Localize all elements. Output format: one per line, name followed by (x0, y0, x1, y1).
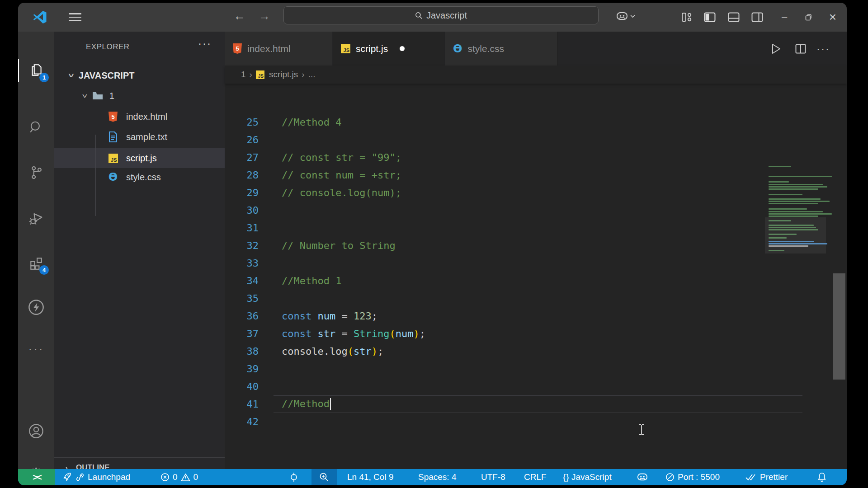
copilot-icon (637, 472, 648, 482)
nav-forward-button[interactable]: → (256, 9, 273, 23)
code-line[interactable]: 32// Number to String (225, 237, 847, 254)
account-button[interactable] (18, 418, 54, 444)
folder-row[interactable]: ˅ 1 (54, 86, 225, 106)
breadcrumb-folder[interactable]: 1 (241, 70, 246, 80)
line-text: //Method 4 (282, 117, 341, 128)
code-line[interactable]: 39 (225, 360, 847, 378)
editor-more-button[interactable]: ··· (813, 32, 833, 66)
sidebar-item-thunder-client[interactable] (18, 295, 54, 320)
encoding-label: UTF-8 (481, 472, 505, 482)
nav-back-button[interactable]: ← (231, 9, 248, 23)
chevron-right-icon: › (250, 70, 252, 80)
breadcrumb-more[interactable]: ... (308, 70, 316, 80)
code-editor[interactable]: 25//Method 42627// const str = "99";28//… (225, 84, 847, 469)
file-row-index-html[interactable]: 5 index.html (54, 107, 225, 127)
js-file-icon: JS (107, 152, 119, 164)
file-row-style-css[interactable]: Ɵ style.css (54, 167, 225, 187)
line-number: 33 (225, 258, 259, 269)
file-row-sample-txt[interactable]: sample.txt (54, 127, 225, 147)
html-file-icon: 5 (107, 111, 119, 122)
formatter-item[interactable]: Prettier (745, 469, 788, 485)
run-button[interactable] (766, 32, 786, 66)
restore-button[interactable] (798, 3, 819, 32)
code-line[interactable]: 31 (225, 219, 847, 237)
modified-dot-icon[interactable] (400, 46, 405, 51)
close-button[interactable]: × (822, 3, 843, 32)
cursor-position-item[interactable]: Ln 41, Col 9 (347, 469, 393, 485)
toggle-secondary-sidebar-icon[interactable] (751, 12, 763, 22)
menu-hamburger-icon[interactable] (69, 13, 81, 21)
status-bar: >< Launchpad 0 0 Ln 41, Col 9 Spaces: 4 … (18, 469, 847, 485)
breadcrumb[interactable]: 1 › JS script.js › ... (225, 66, 847, 84)
screencast-item[interactable] (289, 469, 298, 485)
zoom-in-icon (319, 472, 329, 482)
code-line[interactable]: 35 (225, 290, 847, 307)
line-number: 41 (225, 399, 259, 410)
code-line[interactable]: 28// const num = +str; (225, 166, 847, 184)
target-icon (289, 472, 298, 483)
tab-bar: 5 index.html JS script.js Ɵ style.css ··… (225, 32, 847, 66)
code-line[interactable]: 29// console.log(num); (225, 184, 847, 202)
explorer-more-button[interactable]: ··· (198, 37, 212, 50)
customize-layout-icon[interactable] (681, 12, 693, 22)
code-line[interactable]: 27// const str = "99"; (225, 149, 847, 166)
code-line[interactable]: 42 (225, 413, 847, 431)
code-line[interactable]: 33 (225, 254, 847, 272)
toggle-panel-icon[interactable] (728, 12, 740, 22)
sidebar-item-explorer[interactable]: 1 (18, 58, 54, 83)
tab-script-js[interactable]: JS script.js (333, 32, 444, 66)
tab-style-css[interactable]: Ɵ style.css (445, 32, 558, 66)
code-line[interactable]: 40 (225, 378, 847, 395)
sidebar-item-extensions[interactable]: 4 (18, 250, 54, 276)
minimap-slider[interactable] (765, 217, 826, 253)
vertical-scrollbar[interactable] (833, 84, 845, 469)
sidebar-item-source-control[interactable] (18, 160, 54, 185)
split-editor-button[interactable] (791, 32, 811, 66)
line-number: 34 (225, 275, 259, 286)
eol-item[interactable]: CRLF (524, 469, 547, 485)
problems-item[interactable]: 0 0 (160, 469, 198, 485)
code-line[interactable]: 41//Method (225, 395, 847, 413)
remote-indicator[interactable]: >< (18, 469, 55, 485)
code-line[interactable]: 38console.log(str); (225, 343, 847, 360)
vscode-logo-icon (33, 10, 47, 24)
copilot-icon (616, 11, 628, 22)
port-item[interactable]: Port : 5500 (665, 469, 720, 485)
language-item[interactable]: { } JavaScript (563, 469, 612, 485)
toggle-primary-sidebar-icon[interactable] (704, 12, 716, 22)
scrollbar-thumb[interactable] (833, 273, 845, 380)
indentation-item[interactable]: Spaces: 4 (418, 469, 457, 485)
js-file-icon: JS (341, 44, 350, 53)
activity-more-button[interactable]: ··· (18, 336, 54, 361)
breadcrumb-file[interactable]: script.js (269, 70, 298, 80)
command-center-search[interactable]: Javascript (283, 6, 599, 24)
sidebar-item-run-debug[interactable] (18, 205, 54, 230)
zoom-item[interactable] (311, 469, 337, 485)
mouse-ibeam-cursor (638, 424, 645, 436)
encoding-item[interactable]: UTF-8 (481, 469, 505, 485)
code-line[interactable]: 37const str = String(num); (225, 325, 847, 343)
workspace-row[interactable]: ˅ JAVASCRIPT (54, 66, 225, 85)
code-line[interactable]: 34//Method 1 (225, 272, 847, 290)
launchpad-item[interactable]: Launchpad (62, 469, 130, 485)
line-text: // console.log(num); (282, 187, 401, 198)
notifications-item[interactable] (817, 469, 826, 485)
code-line[interactable]: 30 (225, 202, 847, 219)
minimap-row (769, 181, 789, 183)
code-line[interactable]: 36const num = 123; (225, 307, 847, 325)
file-row-script-js[interactable]: JS script.js (54, 148, 225, 168)
code-line[interactable]: 25//Method 4 (225, 113, 847, 131)
line-number: 37 (225, 328, 259, 339)
tree-indent-guide (95, 135, 96, 216)
copilot-status-item[interactable] (637, 469, 648, 485)
extensions-badge: 4 (39, 265, 49, 275)
minimize-button[interactable]: – (774, 3, 795, 32)
line-number: 32 (225, 240, 259, 251)
tab-index-html[interactable]: 5 index.html (225, 32, 332, 66)
sidebar-item-search[interactable] (18, 115, 54, 140)
chevron-right-icon: › (302, 70, 304, 80)
lightning-icon (27, 298, 45, 316)
copilot-button[interactable] (616, 11, 635, 22)
chevron-down-icon: ˅ (68, 72, 74, 80)
code-line[interactable]: 26 (225, 131, 847, 149)
